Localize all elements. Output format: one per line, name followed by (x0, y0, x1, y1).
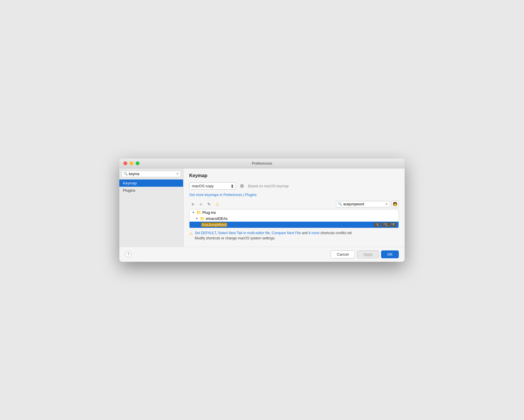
section-title: Keymap (189, 173, 399, 178)
find-usages-button[interactable]: 🧑 (391, 200, 399, 208)
sidebar-item-keymap-label: Keymap (123, 181, 137, 185)
conflict-row: ⚠ Set DEFAULT, Select Next Tab in multi-… (189, 228, 399, 242)
sidebar: 🔍 ✕ Keymap Plugins (119, 168, 183, 247)
keymap-search-input[interactable] (343, 202, 384, 206)
sidebar-search-box[interactable]: 🔍 ✕ (122, 171, 181, 177)
pencil-icon: ✎ (207, 202, 211, 207)
window-body: 🔍 ✕ Keymap Plugins Keymap macOS copy ⬍ (119, 168, 405, 247)
keymaps-tree: ▼ 📁 Plug-ins ▼ 📁 emacsIDEAs AceJumpWord (189, 209, 399, 228)
shortcut-badge-1: ⌃L (374, 223, 380, 227)
toolbar-left: ≡ ≈ ✎ ⚠ (189, 201, 221, 208)
sidebar-search-icon: 🔍 (124, 172, 128, 176)
traffic-lights (123, 161, 139, 165)
based-on-text: Based on macOS keymap (248, 184, 288, 188)
shortcut-badge-2: ⌃I, ⌃F (382, 223, 396, 227)
conflict-link-next-tab[interactable]: Select Next Tab in multi-editor file (218, 231, 270, 235)
folder-icon-plugins: 📁 (196, 210, 201, 215)
warning-filter-icon: ⚠ (215, 202, 219, 207)
keymap-select-container: macOS copy ⬍ (189, 182, 236, 190)
sidebar-item-plugins-label: Plugins (123, 188, 135, 193)
tree-label-acejumpword: AceJumpWord (201, 223, 227, 227)
filter-modified-button[interactable]: ≈ (197, 201, 204, 208)
conflict-text-after: shortcuts conflict wit (319, 231, 352, 235)
close-button[interactable] (123, 161, 127, 165)
keymap-selector-row: macOS copy ⬍ ⚙ Based on macOS keymap (189, 182, 399, 190)
gear-icon: ⚙ (240, 183, 244, 189)
folder-icon-emacs: 📁 (200, 216, 205, 221)
conflict-warning-icon: ⚠ (189, 231, 193, 237)
action-name-highlight: AceJumpWord (201, 223, 227, 227)
title-bar: Preferences (119, 159, 405, 168)
maximize-button[interactable] (136, 161, 139, 165)
plugins-link[interactable]: Get more keymaps in Preferences | Plugin… (189, 193, 399, 197)
edit-button[interactable]: ✎ (206, 201, 213, 208)
conflict-link-set-default[interactable]: Set DEFAULT (195, 231, 216, 235)
bottom-left: ? (125, 251, 132, 257)
shortcut-badges: ⌃L ⌃I, ⌃F (374, 223, 396, 227)
keymap-search-clear-button[interactable]: ✕ (385, 202, 388, 206)
sidebar-item-keymap[interactable]: Keymap (119, 179, 183, 187)
gear-button[interactable]: ⚙ (238, 182, 246, 190)
conflict-text: Set DEFAULT, Select Next Tab in multi-ed… (195, 230, 352, 241)
cancel-button[interactable]: Cancel (331, 250, 355, 258)
conflict-text-line2: Modify shortcuts or change macOS system … (195, 236, 275, 240)
conflict-link-compare-next[interactable]: Compare Next File (272, 231, 301, 235)
ok-button[interactable]: OK (381, 250, 399, 258)
window-title: Preferences (252, 161, 272, 165)
tree-row-acejumpword[interactable]: AceJumpWord ⌃L ⌃I, ⌃F (190, 222, 399, 228)
conflict-link-more[interactable]: 8 more (309, 231, 319, 235)
conflict-sep3: and (301, 231, 309, 235)
tree-row-plugins-folder[interactable]: ▼ 📁 Plug-ins (190, 209, 399, 216)
sidebar-item-plugins[interactable]: Plugins (119, 187, 183, 194)
preferences-window: Preferences 🔍 ✕ Keymap Plugins Keymap (119, 159, 405, 262)
sidebar-search-input[interactable] (129, 172, 175, 176)
sidebar-search-clear-icon[interactable]: ✕ (176, 172, 179, 176)
tree-row-emacs-folder[interactable]: ▼ 📁 emacsIDEAs (190, 216, 399, 222)
warning-filter-button[interactable]: ⚠ (214, 201, 221, 208)
main-content: Keymap macOS copy ⬍ ⚙ Based on macOS key… (183, 168, 405, 247)
apply-button: Apply (357, 250, 379, 258)
bottom-right: Cancel Apply OK (331, 250, 399, 258)
filter-modified-icon: ≈ (200, 202, 202, 207)
tree-arrow-plugins: ▼ (192, 211, 195, 214)
keymap-search-box[interactable]: 🔍 ✕ (336, 201, 390, 207)
keymap-search-icon: 🔍 (338, 202, 342, 206)
toolbar-row: ≡ ≈ ✎ ⚠ 🔍 ✕ (189, 200, 399, 208)
minimize-button[interactable] (130, 161, 133, 165)
search-right: 🔍 ✕ 🧑 (336, 200, 399, 208)
filter-all-icon: ≡ (192, 202, 194, 207)
find-usages-icon: 🧑 (393, 202, 397, 206)
bottom-bar: ? Cancel Apply OK (119, 247, 405, 262)
conflict-sep1: , (216, 231, 218, 235)
help-button[interactable]: ? (125, 251, 132, 257)
tree-label-plugins: Plug-ins (202, 210, 216, 215)
filter-all-button[interactable]: ≡ (189, 201, 196, 208)
conflict-text-line1: Set DEFAULT, Select Next Tab in multi-ed… (195, 231, 352, 235)
tree-arrow-emacs: ▼ (195, 217, 198, 220)
keymap-select[interactable]: macOS copy (189, 182, 236, 190)
tree-label-emacs: emacsIDEAs (206, 216, 228, 221)
